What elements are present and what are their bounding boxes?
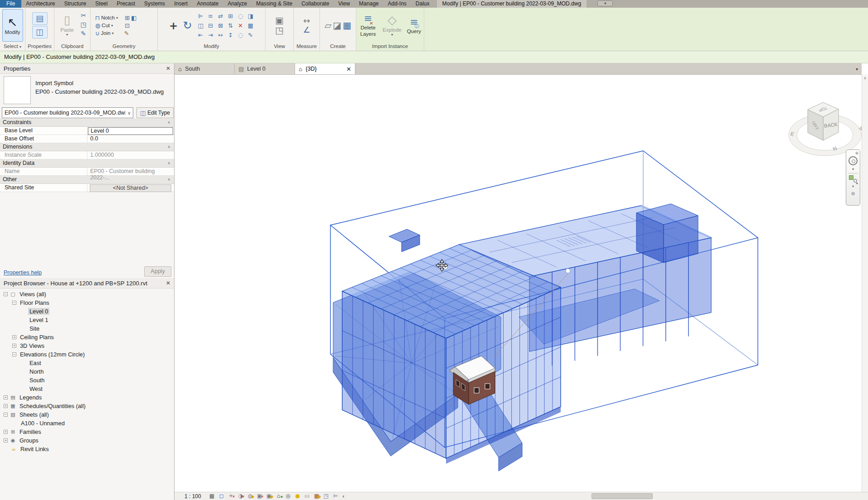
browser-item-east[interactable]: East	[0, 359, 174, 367]
browser-item-views-all-[interactable]: −▢Views (all)	[0, 290, 174, 298]
building-model[interactable]	[342, 204, 711, 464]
dimension-icon[interactable]: ∠	[303, 26, 310, 34]
window-options-button[interactable]: ▾	[597, 0, 613, 6]
close-tab-icon[interactable]: ✕	[346, 66, 351, 72]
scroll-up-icon[interactable]: ∧	[862, 76, 868, 80]
context-tab-modify[interactable]: Modify | EP00 - Customer building 2022-0…	[437, 0, 587, 8]
property-value[interactable]: <Not Shared>	[87, 184, 174, 192]
copy-icon[interactable]: ⊞	[228, 13, 233, 19]
browser-item-families[interactable]: +⊞Families	[0, 428, 174, 436]
ribbon-tab-collaborate[interactable]: Collaborate	[297, 0, 334, 8]
collapse-node-icon[interactable]: −	[12, 352, 16, 356]
temp-hide-isolate-icon[interactable]: ●	[294, 493, 301, 500]
expand-node-icon[interactable]: +	[4, 404, 8, 408]
ribbon-tab-manage[interactable]: Manage	[354, 0, 383, 8]
browser-item-schedules-quantities-all-[interactable]: +▦Schedules/Quantities (all)	[0, 402, 174, 410]
browser-item-revit-links[interactable]: ∞Revit Links	[0, 445, 174, 453]
browser-item-groups[interactable]: +◉Groups	[0, 436, 174, 445]
ribbon-tab-insert[interactable]: Insert	[170, 0, 192, 8]
cut-to-clipboard-icon[interactable]: ✂	[79, 12, 88, 20]
render-dialog-icon[interactable]: ◍●	[246, 493, 254, 500]
browser-item-south[interactable]: South	[0, 376, 174, 385]
sun-path-icon[interactable]: ☀✕	[227, 493, 235, 500]
mirror-icon[interactable]: ◫	[198, 23, 203, 29]
browser-item-elevations-12mm-circle-[interactable]: −Elevations (12mm Circle)	[0, 350, 174, 359]
expand-node-icon[interactable]: +	[4, 438, 8, 442]
horizontal-scrollbar-thumb[interactable]	[592, 493, 653, 499]
delete-layers-button[interactable]: ≡✕ Delete Layers	[358, 9, 378, 42]
split-icon[interactable]: ⊟	[208, 23, 213, 29]
trim-icon[interactable]: ⊠	[218, 23, 223, 29]
ribbon-tab-annotate[interactable]: Annotate	[192, 0, 223, 8]
locked-3d-view-icon[interactable]: ⌂▪	[275, 493, 282, 500]
expand-node-icon[interactable]: +	[4, 395, 8, 399]
type-selector-combobox[interactable]: EP00 - Customer building 2022-03-09_MOD.…	[2, 107, 133, 118]
browser-item-legends[interactable]: +▤Legends	[0, 393, 174, 402]
array-icon[interactable]: ▦	[247, 23, 253, 29]
vertical-scrollbar[interactable]: ∧ ∨	[862, 75, 868, 500]
demolish-icon[interactable]: ⊡	[125, 23, 130, 29]
browser-item-site[interactable]: Site	[0, 324, 174, 333]
navbar-minimize-icon[interactable]: ⊖	[851, 191, 855, 196]
create-group-icon[interactable]: ▱	[325, 21, 331, 30]
ribbon-tab-analyze[interactable]: Analyze	[223, 0, 252, 8]
shadows-icon[interactable]: ◑✕	[237, 493, 244, 500]
explode-button[interactable]: ◇ Explode▾	[383, 9, 402, 42]
paint-icon[interactable]: ✎	[124, 30, 129, 36]
steering-wheel-icon[interactable]	[849, 156, 858, 165]
view-tab--3d-[interactable]: ⌂{3D}✕	[295, 63, 355, 74]
crop-visibility-icon[interactable]: ▣●	[265, 493, 273, 500]
view-hidden-icon[interactable]: ◳	[275, 26, 284, 35]
panel-label-select[interactable]: Select ▾	[0, 43, 25, 51]
browser-item-west[interactable]: West	[0, 385, 174, 393]
property-section-constraints[interactable]: Constraints∧	[0, 119, 174, 127]
collapse-node-icon[interactable]: −	[4, 292, 8, 296]
project-browser-close-icon[interactable]: ✕	[166, 280, 170, 286]
ribbon-tab-systems[interactable]: Systems	[140, 0, 170, 8]
visual-style-icon[interactable]: ◻	[218, 493, 225, 500]
align-icon[interactable]: ⊫	[198, 13, 203, 19]
browser-item-floor-plans[interactable]: −Floor Plans	[0, 298, 174, 307]
ribbon-tab-steel[interactable]: Steel	[91, 0, 112, 8]
ribbon-tab-architecture[interactable]: Architecture	[21, 0, 59, 8]
collapse-section-icon[interactable]: ∧	[167, 159, 174, 167]
tab-list-caret-icon[interactable]: ▾	[856, 67, 862, 72]
ribbon-tab-structure[interactable]: Structure	[59, 0, 91, 8]
collapse-section-icon[interactable]: ∧	[167, 176, 174, 183]
collapse-section-icon[interactable]: ∧	[167, 119, 174, 126]
crop-view-icon[interactable]: ▣✕	[256, 493, 263, 500]
modify-tool-button[interactable]: ↖ Modify	[2, 9, 23, 42]
view-scale-button[interactable]: 1 : 100	[184, 493, 208, 500]
zoom-tool-icon[interactable]	[849, 175, 857, 183]
browser-item-3d-views[interactable]: +3D Views	[0, 341, 174, 350]
wall-opening-icon[interactable]: ◧	[131, 15, 136, 21]
mirror-axis-icon[interactable]: ⇄	[218, 13, 223, 19]
property-value[interactable]: Level 0	[87, 127, 174, 135]
ribbon-tab-view[interactable]: View	[334, 0, 354, 8]
ribbon-tab-massing-site[interactable]: Massing & Site	[252, 0, 297, 8]
expand-node-icon[interactable]: +	[12, 344, 16, 348]
match-props-icon[interactable]: ✎	[248, 32, 253, 38]
expand-node-icon[interactable]: +	[4, 430, 8, 434]
paste-button[interactable]: ▯ Paste▾	[57, 9, 78, 42]
navbar-close-icon[interactable]: ⊗	[855, 151, 858, 155]
create-assembly-icon[interactable]: ▦	[343, 21, 351, 30]
horizontal-scrollbar[interactable]	[344, 492, 868, 500]
property-section-identity-data[interactable]: Identity Data∧	[0, 159, 174, 168]
reveal-hidden-icon[interactable]: ◎	[284, 493, 292, 500]
properties-help-link[interactable]: Properties help	[4, 269, 42, 276]
property-section-other[interactable]: Other∧	[0, 176, 174, 184]
property-value[interactable]: 1.000000	[87, 151, 174, 159]
expand-node-icon[interactable]: +	[12, 335, 16, 339]
zoom-caret-icon[interactable]: ▾	[852, 184, 854, 188]
cut-geometry-tool[interactable]: ◍Cut▾ ⊡	[95, 23, 130, 29]
notch-tool[interactable]: ⊓Notch▾ ⊞ ◧	[95, 15, 136, 21]
family-types-button[interactable]: ◫	[32, 26, 48, 38]
align-h-icon[interactable]: ↔	[218, 32, 223, 38]
collapse-node-icon[interactable]: −	[4, 413, 8, 417]
offset-icon[interactable]: ≡	[208, 13, 213, 19]
beam-copy-icon[interactable]: ⊞	[125, 15, 130, 21]
fabrication-icon[interactable]: ▦●	[313, 493, 320, 500]
worksharing-display-icon[interactable]: ▭	[303, 493, 311, 500]
view-windows-icon[interactable]: ▣	[275, 16, 284, 25]
